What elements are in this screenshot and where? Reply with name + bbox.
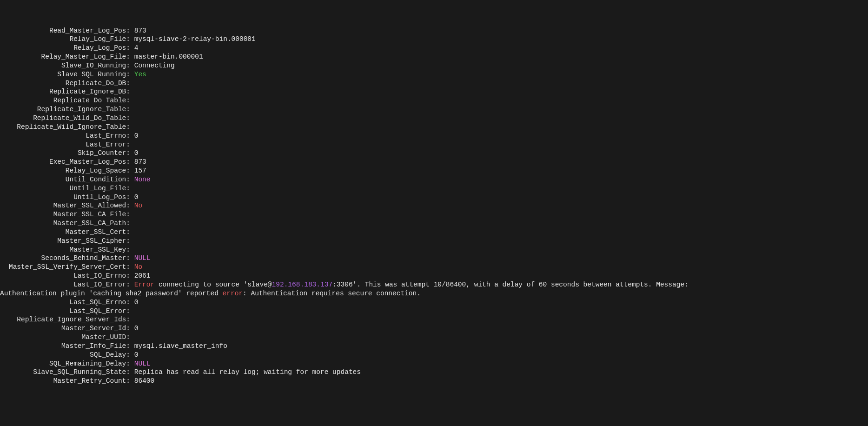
status-row: Last_SQL_Errno: 0 [0, 298, 868, 307]
status-label: Master_SSL_Allowed: [0, 201, 130, 210]
status-row: Master_SSL_Verify_Server_Cert: No [0, 263, 868, 272]
status-row: Last_Errno: 0 [0, 132, 868, 140]
status-row: Last_IO_Error: Error connecting to sourc… [0, 280, 868, 289]
status-row: Slave_IO_Running: Connecting [0, 61, 868, 70]
status-value: No [134, 263, 142, 271]
status-row: Last_IO_Errno: 2061 [0, 272, 868, 280]
status-value: Replica has read all relay log; waiting … [134, 368, 361, 376]
status-row: Replicate_Wild_Do_Table: [0, 114, 868, 123]
status-label: Replicate_Do_DB: [0, 79, 130, 88]
status-value: mysql.slave_master_info [134, 342, 227, 350]
status-row: Master_Server_Id: 0 [0, 324, 868, 333]
status-label: Last_SQL_Errno: [0, 298, 130, 307]
status-row: Relay_Log_File: mysql-slave-2-relay-bin.… [0, 35, 868, 44]
status-row-continuation: Authentication plugin 'caching_sha2_pass… [0, 289, 868, 298]
status-row: SQL_Remaining_Delay: NULL [0, 359, 868, 368]
status-label: Replicate_Ignore_Server_Ids: [0, 315, 130, 324]
status-value: mysql-slave-2-relay-bin.000001 [134, 35, 256, 43]
status-label: Last_Errno: [0, 132, 130, 140]
status-value: connecting to source 'slave@ [154, 281, 272, 288]
status-row: Last_Error: [0, 140, 868, 149]
status-row: Master_SSL_CA_File: [0, 210, 868, 219]
status-row: Replicate_Do_DB: [0, 79, 868, 88]
status-value: 0 [134, 325, 139, 332]
status-label: Relay_Master_Log_File: [0, 53, 130, 61]
status-value: 0 [134, 351, 139, 359]
status-value: Connecting [134, 62, 175, 69]
status-label: Master_SSL_Key: [0, 246, 130, 254]
status-label: Read_Master_Log_Pos: [0, 27, 130, 35]
status-value: 0 [134, 132, 139, 140]
status-row: Master_SSL_CA_Path: [0, 219, 868, 228]
status-row: Master_SSL_Allowed: No [0, 201, 868, 210]
status-label: Seconds_Behind_Master: [0, 254, 130, 263]
status-label: Replicate_Wild_Ignore_Table: [0, 123, 130, 132]
status-value: No [134, 202, 142, 209]
status-value: None [134, 176, 151, 183]
status-label: Replicate_Wild_Do_Table: [0, 114, 130, 123]
status-label: Master_SSL_Verify_Server_Cert: [0, 263, 130, 272]
status-value: 192.168.183.137 [272, 281, 333, 288]
status-label: Last_SQL_Error: [0, 307, 130, 316]
status-row: Master_Info_File: mysql.slave_master_inf… [0, 342, 868, 351]
status-label: Until_Condition: [0, 175, 130, 184]
status-label: Replicate_Ignore_Table: [0, 105, 130, 114]
status-label: Until_Log_File: [0, 184, 130, 193]
status-row: Replicate_Ignore_Table: [0, 105, 868, 114]
status-value: 0 [134, 149, 139, 157]
status-row: Master_SSL_Key: [0, 246, 868, 254]
status-value: 873 [134, 27, 146, 34]
status-label: Master_Retry_Count: [0, 377, 130, 386]
status-value: NULL [134, 254, 151, 262]
status-value: Authentication plugin 'caching_sha2_pass… [0, 290, 223, 297]
status-row: Replicate_Wild_Ignore_Table: [0, 123, 868, 132]
status-label: Last_Error: [0, 140, 130, 149]
status-value: 873 [134, 158, 146, 166]
status-label: Skip_Counter: [0, 149, 130, 158]
status-row: Relay_Log_Pos: 4 [0, 44, 868, 53]
status-row: Slave_SQL_Running: Yes [0, 70, 868, 79]
status-row: Master_Retry_Count: 86400 [0, 377, 868, 386]
status-value: 86400 [134, 377, 155, 385]
status-label: Last_IO_Errno: [0, 272, 130, 280]
status-label: Master_SSL_Cert: [0, 228, 130, 237]
status-label: SQL_Remaining_Delay: [0, 359, 130, 368]
status-row: SQL_Delay: 0 [0, 351, 868, 359]
status-row: Read_Master_Log_Pos: 873 [0, 27, 868, 35]
status-label: Slave_SQL_Running_State: [0, 368, 130, 377]
status-label: Relay_Log_Pos: [0, 44, 130, 53]
status-label: Last_IO_Error: [0, 280, 130, 289]
status-row: Master_UUID: [0, 333, 868, 342]
status-row: Replicate_Ignore_Server_Ids: [0, 315, 868, 324]
status-value: :3306'. This was attempt 10/86400, with … [332, 281, 689, 288]
status-value: Error [134, 281, 155, 288]
status-value: : Authentication requires secure connect… [243, 290, 421, 297]
status-value: error [223, 290, 243, 297]
status-value: 157 [134, 167, 146, 174]
terminal-output[interactable]: Read_Master_Log_Pos: 873Relay_Log_File: … [0, 27, 868, 386]
status-value: NULL [134, 360, 151, 367]
status-row: Replicate_Do_Table: [0, 96, 868, 105]
status-label: Master_UUID: [0, 333, 130, 342]
status-label: Master_Server_Id: [0, 324, 130, 333]
status-label: Slave_IO_Running: [0, 61, 130, 70]
status-row: Exec_Master_Log_Pos: 873 [0, 158, 868, 166]
status-label: Master_Info_File: [0, 342, 130, 351]
status-row: Seconds_Behind_Master: NULL [0, 254, 868, 263]
status-label: SQL_Delay: [0, 351, 130, 359]
status-value: 4 [134, 44, 139, 52]
status-label: Exec_Master_Log_Pos: [0, 158, 130, 166]
status-value: master-bin.000001 [134, 53, 203, 60]
status-row: Skip_Counter: 0 [0, 149, 868, 158]
status-row: Replicate_Ignore_DB: [0, 87, 868, 96]
status-row: Until_Log_Pos: 0 [0, 193, 868, 202]
status-row: Last_SQL_Error: [0, 307, 868, 316]
status-row: Relay_Log_Space: 157 [0, 166, 868, 175]
status-row: Until_Condition: None [0, 175, 868, 184]
status-value: 2061 [134, 272, 151, 280]
status-row: Master_SSL_Cipher: [0, 237, 868, 246]
status-label: Master_SSL_CA_File: [0, 210, 130, 219]
status-label: Relay_Log_File: [0, 35, 130, 44]
status-row: Slave_SQL_Running_State: Replica has rea… [0, 368, 868, 377]
status-row: Relay_Master_Log_File: master-bin.000001 [0, 53, 868, 61]
